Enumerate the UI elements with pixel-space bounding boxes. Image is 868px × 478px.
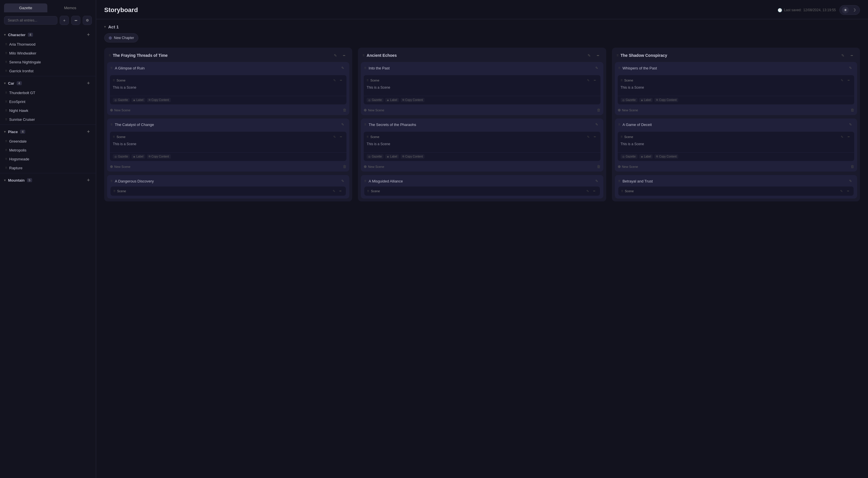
chapter-edit-button-catalyst[interactable]: ✎	[340, 121, 346, 128]
theme-toggle[interactable]: ☀ ☽	[839, 5, 860, 15]
scene-header-actions-8: ✎ •••	[839, 134, 851, 140]
dark-theme-icon[interactable]: ☽	[850, 7, 857, 13]
copy-tag-2[interactable]: ⧉ Copy Content	[147, 154, 171, 159]
column-drag-icon-2: ⠿	[363, 54, 364, 57]
new-scene-button-catalyst[interactable]: ⊕ New Scene	[110, 164, 130, 169]
column-title-1: The Fraying Threads of Time	[113, 53, 167, 58]
delete-chapter-whispers[interactable]: 🗑	[850, 108, 854, 112]
scene-more-button-4[interactable]: •••	[592, 77, 598, 83]
column-edit-button-2[interactable]: ✎	[586, 52, 593, 59]
label-tag-2[interactable]: ◈ Label	[131, 154, 145, 159]
scene-edit-button-4[interactable]: ✎	[586, 77, 591, 83]
scene-edit-button-7[interactable]: ✎	[839, 77, 845, 83]
delete-chapter-pharaohs[interactable]: 🗑	[597, 164, 600, 169]
scene-edit-button-1[interactable]: ✎	[332, 77, 337, 83]
column-more-button-3[interactable]: •••	[848, 52, 856, 59]
scene-edit-alliance[interactable]: ✎	[585, 188, 591, 194]
sidebar-item-ecosprint[interactable]: ⠿ EcoSprint	[4, 97, 92, 106]
column-edit-button-1[interactable]: ✎	[332, 52, 339, 59]
new-chapter-button[interactable]: ⊕ New Chapter	[104, 33, 138, 42]
copy-tag-4[interactable]: ⧉ Copy Content	[401, 98, 425, 102]
scene-edit-button-2[interactable]: ✎	[332, 134, 337, 140]
sidebar-item-greendale[interactable]: ⠿ Greendale	[4, 137, 92, 146]
scene-more-button-8[interactable]: •••	[846, 134, 851, 140]
scene-more-betrayal[interactable]: •••	[845, 188, 851, 194]
column-edit-button-3[interactable]: ✎	[839, 52, 847, 59]
gazette-tag-7[interactable]: ◎ Gazette	[621, 98, 638, 102]
add-entry-button[interactable]: +	[60, 16, 69, 25]
scene-edit-betrayal[interactable]: ✎	[839, 188, 844, 194]
chapter-edit-betrayal[interactable]: ✎	[847, 178, 854, 184]
label-tag-7[interactable]: ◈ Label	[639, 98, 653, 102]
copy-icon-8: ⧉	[656, 155, 658, 158]
copy-tag-8[interactable]: ⧉ Copy Content	[654, 154, 678, 159]
scene-edit-button-8[interactable]: ✎	[839, 134, 845, 140]
sidebar-item-serena[interactable]: ⠿ Serena Nightingale	[4, 58, 92, 67]
sidebar-item-rapture[interactable]: ⠿ Rapture	[4, 163, 92, 172]
label-tag-8[interactable]: ◈ Label	[639, 154, 653, 159]
add-mountain-button[interactable]: +	[85, 177, 92, 184]
section-header-mountain[interactable]: ▾ Mountain 5 +	[4, 174, 92, 185]
sidebar-item-hogsmeade[interactable]: ⠿ Hogsmeade	[4, 155, 92, 163]
section-header-place[interactable]: ▾ Place 4 +	[4, 125, 92, 137]
sidebar-item-sunrise[interactable]: ⠿ Sunrise Cruiser	[4, 115, 92, 124]
scene-more-alliance[interactable]: •••	[591, 188, 597, 194]
sidebar-item-garrick[interactable]: ⠿ Garrick Ironfist	[4, 67, 92, 75]
new-scene-button-deceit[interactable]: ⊕ New Scene	[618, 164, 638, 169]
chapter-edit-button-glimpse[interactable]: ✎	[340, 65, 346, 71]
scene-more-button-7[interactable]: •••	[846, 77, 851, 83]
column-more-button-1[interactable]: •••	[340, 52, 348, 59]
copy-tag-5[interactable]: ⧉ Copy Content	[401, 154, 425, 159]
sidebar-item-thunderbolt[interactable]: ⠿ Thunderbolt GT	[4, 88, 92, 97]
act-title[interactable]: Act 1	[108, 24, 119, 29]
chapter-edit-pharaohs[interactable]: ✎	[594, 121, 600, 128]
new-scene-button-into-past[interactable]: ⊕ New Scene	[364, 108, 384, 112]
scene-more-discovery[interactable]: •••	[337, 188, 343, 194]
tab-memos[interactable]: Memos	[49, 3, 92, 12]
more-icon: •••	[74, 19, 77, 22]
column-more-button-2[interactable]: •••	[594, 52, 601, 59]
chapter-edit-discovery[interactable]: ✎	[340, 178, 346, 184]
light-theme-icon[interactable]: ☀	[842, 7, 849, 13]
chapter-edit-alliance[interactable]: ✎	[594, 178, 600, 184]
new-scene-button-pharaohs[interactable]: ⊕ New Scene	[364, 164, 384, 169]
add-car-button[interactable]: +	[85, 80, 92, 87]
more-options-button[interactable]: •••	[71, 16, 81, 25]
delete-chapter-glimpse[interactable]: 🗑	[343, 108, 346, 112]
search-input[interactable]	[4, 16, 57, 25]
copy-tag-7[interactable]: ⧉ Copy Content	[654, 98, 678, 102]
chapter-edit-whispers[interactable]: ✎	[847, 65, 854, 71]
label-tag-5[interactable]: ◈ Label	[385, 154, 399, 159]
section-header-car[interactable]: ▾ Car 4 +	[4, 77, 92, 88]
chapter-edit-deceit[interactable]: ✎	[847, 121, 854, 128]
scene-more-button-5[interactable]: •••	[592, 134, 598, 140]
scene-more-button-2[interactable]: •••	[338, 134, 344, 140]
gazette-tag-4[interactable]: ◎ Gazette	[367, 98, 383, 102]
add-character-button[interactable]: +	[85, 31, 92, 38]
add-place-button[interactable]: +	[85, 128, 92, 135]
copy-tag-1[interactable]: ⧉ Copy Content	[147, 98, 171, 102]
section-header-character[interactable]: ▾ Character 4 +	[4, 28, 92, 40]
sidebar-item-nighthawk[interactable]: ⠿ Night Hawk	[4, 106, 92, 115]
chapter-edit-into-past[interactable]: ✎	[594, 65, 600, 71]
act-chevron-icon[interactable]: ▾	[104, 25, 106, 29]
scene-more-button-1[interactable]: •••	[338, 77, 344, 83]
gazette-tag-5[interactable]: ◎ Gazette	[367, 154, 383, 159]
gazette-tag-8[interactable]: ◎ Gazette	[621, 154, 638, 159]
sidebar-item-aria[interactable]: ⠿ Aria Thornwood	[4, 40, 92, 49]
tab-gazette[interactable]: Gazette	[4, 3, 48, 12]
delete-chapter-into-past[interactable]: 🗑	[597, 108, 600, 112]
label-tag-4[interactable]: ◈ Label	[385, 98, 399, 102]
filter-button[interactable]: ⚙	[83, 16, 92, 25]
delete-chapter-catalyst[interactable]: 🗑	[343, 164, 346, 169]
gazette-tag-2[interactable]: ◎ Gazette	[113, 154, 130, 159]
gazette-tag-1[interactable]: ◎ Gazette	[113, 98, 130, 102]
scene-edit-button-5[interactable]: ✎	[586, 134, 591, 140]
sidebar-item-metropolis[interactable]: ⠿ Metropolis	[4, 146, 92, 155]
label-tag-1[interactable]: ◈ Label	[131, 98, 145, 102]
new-scene-button-glimpse[interactable]: ⊕ New Scene	[110, 108, 130, 112]
scene-edit-discovery[interactable]: ✎	[331, 188, 337, 194]
new-scene-button-whispers[interactable]: ⊕ New Scene	[618, 108, 638, 112]
sidebar-item-milo[interactable]: ⠿ Milo Windwalker	[4, 49, 92, 58]
delete-chapter-deceit[interactable]: 🗑	[850, 164, 854, 169]
